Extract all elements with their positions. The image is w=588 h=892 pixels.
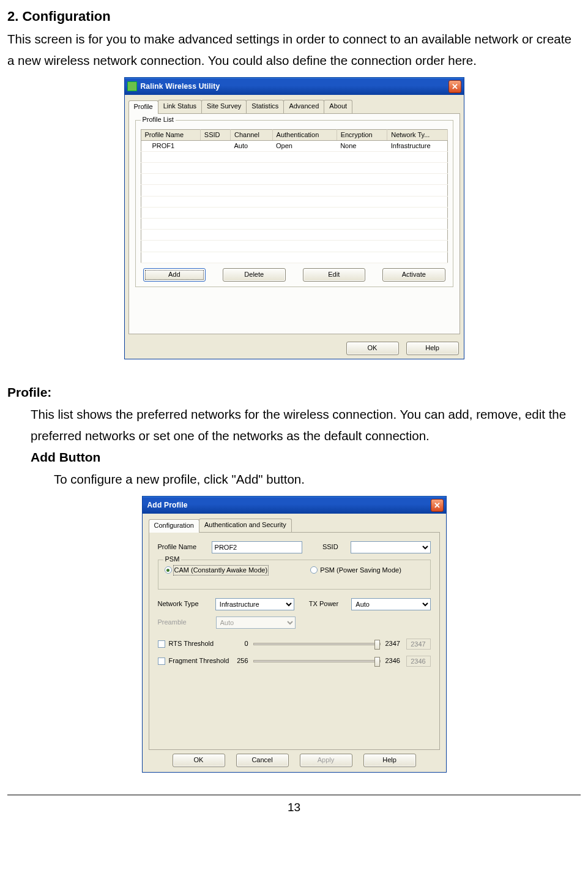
table-row: . [141,163,447,174]
preamble-combo: Auto [216,617,296,629]
network-type-combo[interactable]: Infrastructure [215,598,294,610]
edit-button[interactable]: Edit [303,268,366,282]
rts-checkbox[interactable] [158,640,165,648]
section-heading: 2. Configuration [7,5,581,28]
frag-min: 256 [236,657,248,665]
figure-profile-list: Ralink Wireless Utility ✕ Profile Link S… [7,77,581,359]
tab-configuration[interactable]: Configuration [149,519,199,532]
psm-group: PSM CAM (Constantly Awake Mode) PSM (Pow… [158,560,431,590]
frag-value-box: 2346 [406,656,431,667]
tab-profile[interactable]: Profile [128,100,158,113]
cancel-button[interactable]: Cancel [236,754,289,767]
window-title: Add Profile [145,501,431,509]
activate-button[interactable]: Activate [382,268,445,282]
profile-text: This list shows the preferred networks f… [31,403,581,447]
table-header-row: Profile Name SSID Channel Authentication… [141,129,447,140]
add-profile-window: Add Profile ✕ Configuration Authenticati… [142,496,447,772]
ssid-combo[interactable] [351,541,430,553]
profile-list-legend: Profile List [141,116,176,124]
frag-label: Fragment Threshold [169,657,236,665]
profile-table[interactable]: Profile Name SSID Channel Authentication… [141,129,448,263]
app-icon [127,81,137,91]
tx-power-combo[interactable]: Auto [351,598,430,610]
frag-checkbox[interactable] [158,658,165,665]
help-button[interactable]: Help [406,342,459,355]
col-ntype[interactable]: Network Ty... [387,129,447,140]
titlebar: Add Profile ✕ [143,497,446,514]
table-row: . [141,219,447,230]
figure-add-profile: Add Profile ✕ Configuration Authenticati… [7,496,581,772]
table-row: . [141,241,447,252]
frag-max: 2346 [385,657,406,665]
rts-min: 0 [236,640,248,648]
tab-strip: Configuration Authentication and Securit… [149,519,440,532]
table-row: . [141,174,447,185]
tab-statistics[interactable]: Statistics [246,100,284,113]
tab-auth-security[interactable]: Authentication and Security [199,519,292,531]
table-row: . [141,151,447,162]
rts-max: 2347 [385,640,406,648]
help-button[interactable]: Help [363,754,416,767]
add-button-text: To configure a new profile, click "Add" … [54,468,581,490]
col-enc[interactable]: Encryption [337,129,387,140]
close-icon[interactable]: ✕ [431,499,444,512]
add-button[interactable]: Add [143,268,206,282]
profile-name-label: Profile Name [158,543,212,551]
col-ssid[interactable]: SSID [200,129,230,140]
table-row: . [141,196,447,207]
profile-heading: Profile: [7,381,581,403]
rts-slider[interactable] [253,643,381,645]
tx-power-label: TX Power [309,600,352,608]
ralink-window: Ralink Wireless Utility ✕ Profile Link S… [124,77,464,359]
frag-slider[interactable] [253,660,381,662]
table-row[interactable]: PROF1 Auto Open None Infrastructure [141,140,447,151]
tab-advanced[interactable]: Advanced [283,100,324,113]
profile-name-field[interactable] [212,541,302,553]
cam-radio[interactable]: CAM (Constantly Awake Mode) [165,566,268,574]
table-row: . [141,230,447,241]
close-icon[interactable]: ✕ [448,80,461,93]
network-type-label: Network Type [158,600,215,608]
col-auth[interactable]: Authentication [272,129,337,140]
rts-value-box: 2347 [406,639,431,650]
preamble-label: Preamble [158,618,216,626]
table-row: . [141,185,447,196]
apply-button: Apply [300,754,352,767]
section-intro: This screen is for you to make advanced … [7,28,581,72]
rts-label: RTS Threshold [169,640,236,648]
col-channel[interactable]: Channel [230,129,272,140]
col-profile-name[interactable]: Profile Name [141,129,200,140]
profile-list-group: Profile List Profile Name SSID Channel A… [135,120,453,287]
add-button-heading: Add Button [31,446,581,468]
titlebar: Ralink Wireless Utility ✕ [125,78,464,95]
page-number: 13 [7,795,581,818]
ok-button[interactable]: OK [173,754,225,767]
window-title: Ralink Wireless Utility [141,82,448,91]
psm-legend: PSM [163,555,182,563]
tab-link-status[interactable]: Link Status [158,100,202,113]
table-row: . [141,252,447,263]
tab-strip: Profile Link Status Site Survey Statisti… [128,100,460,113]
ok-button[interactable]: OK [346,342,399,355]
psm-radio[interactable]: PSM (Power Saving Mode) [310,566,401,574]
ssid-label: SSID [322,543,351,551]
tab-site-survey[interactable]: Site Survey [201,100,247,113]
table-row: . [141,207,447,218]
tab-about[interactable]: About [324,100,352,113]
delete-button[interactable]: Delete [223,268,286,282]
